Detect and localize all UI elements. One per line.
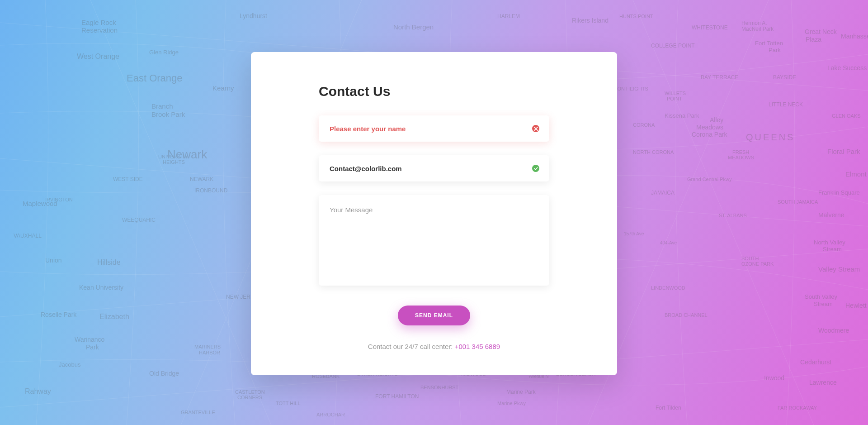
svg-text:Valley Stream: Valley Stream (818, 265, 860, 273)
footer-phone[interactable]: +001 345 6889 (455, 343, 500, 350)
svg-text:WEEQUAHIC: WEEQUAHIC (122, 217, 156, 223)
svg-text:Floral Park: Floral Park (827, 148, 860, 155)
svg-text:Alley: Alley (710, 116, 723, 124)
svg-text:FORT HAMILTON: FORT HAMILTON (375, 393, 419, 400)
svg-text:OZONE PARK: OZONE PARK (741, 261, 774, 267)
svg-text:Old Bridge: Old Bridge (149, 370, 179, 377)
name-input[interactable] (319, 115, 549, 142)
svg-text:NEWARK: NEWARK (190, 176, 213, 182)
svg-text:BROAD CHANNEL: BROAD CHANNEL (665, 312, 708, 318)
svg-text:Cedarhurst: Cedarhurst (800, 358, 831, 366)
svg-text:HARBOR: HARBOR (199, 350, 220, 355)
send-email-button[interactable]: SEND EMAIL (398, 306, 470, 325)
svg-text:Glen Ridge: Glen Ridge (149, 49, 179, 56)
svg-text:CASTLETON: CASTLETON (235, 389, 265, 395)
svg-text:FAR ROCKAWAY: FAR ROCKAWAY (778, 405, 817, 411)
svg-text:Fort Tilden: Fort Tilden (656, 405, 681, 411)
email-field-wrap (319, 155, 549, 181)
svg-text:TOTT HILL: TOTT HILL (276, 401, 301, 406)
svg-text:SOUTH JAMAICA: SOUTH JAMAICA (778, 199, 818, 205)
svg-text:Kearny: Kearny (212, 84, 234, 92)
svg-text:WHITESTONE: WHITESTONE (692, 24, 728, 31)
svg-text:Lake Success: Lake Success (827, 64, 867, 72)
svg-text:GLEN OAKS: GLEN OAKS (832, 113, 861, 119)
svg-text:Rikers Island: Rikers Island (572, 17, 609, 24)
svg-text:NORTH CORONA: NORTH CORONA (633, 149, 674, 155)
svg-text:ARROCHAR: ARROCHAR (316, 412, 345, 417)
submit-wrap: SEND EMAIL (319, 306, 549, 325)
error-icon (532, 125, 539, 132)
svg-text:404-Ave: 404-Ave (660, 240, 677, 245)
svg-text:Hermon A.: Hermon A. (741, 20, 767, 26)
svg-text:Stream: Stream (823, 246, 842, 253)
svg-text:Warinanco: Warinanco (75, 336, 105, 343)
svg-text:BAYSIDE: BAYSIDE (773, 74, 796, 81)
svg-text:Plaza: Plaza (806, 36, 821, 43)
svg-text:MARINERS: MARINERS (194, 344, 221, 349)
svg-text:Lawrence: Lawrence (809, 379, 837, 386)
svg-text:QUEENS: QUEENS (746, 132, 795, 142)
svg-text:Fort Totten: Fort Totten (755, 40, 783, 47)
svg-text:HEIGHTS: HEIGHTS (163, 159, 185, 165)
svg-text:UNIVERSITY: UNIVERSITY (158, 154, 189, 159)
svg-text:BENSONHURST: BENSONHURST (420, 385, 459, 390)
svg-text:CORONA: CORONA (633, 122, 655, 128)
svg-text:Marine Pkwy: Marine Pkwy (497, 401, 526, 406)
svg-text:Newark: Newark (167, 148, 208, 161)
svg-text:Kissena Park: Kissena Park (665, 112, 699, 119)
svg-text:Corona Park: Corona Park (692, 131, 728, 138)
svg-text:VAUXHALL: VAUXHALL (14, 233, 42, 239)
svg-text:IRONBOUND: IRONBOUND (194, 187, 228, 194)
footer-label: Contact our 24/7 call center: (368, 343, 455, 350)
svg-text:East Orange: East Orange (127, 72, 183, 84)
svg-text:Union: Union (45, 257, 62, 264)
svg-text:Brook Park: Brook Park (151, 110, 185, 118)
svg-text:North Valley: North Valley (814, 239, 845, 246)
svg-text:Inwood: Inwood (764, 374, 784, 382)
svg-text:Manhasset: Manhasset (841, 33, 868, 40)
svg-text:Park: Park (769, 47, 781, 53)
svg-text:Branch: Branch (151, 102, 173, 110)
svg-text:MEADOWS: MEADOWS (728, 155, 754, 160)
svg-text:CORNERS: CORNERS (237, 395, 262, 400)
svg-text:IRVINGTON: IRVINGTON (45, 197, 73, 202)
contact-card: Contact Us SEND EMAIL Contact our 24/7 c… (251, 52, 617, 375)
svg-text:South Valley: South Valley (805, 293, 838, 300)
svg-text:SOUTH: SOUTH (741, 256, 759, 261)
svg-text:Reservation: Reservation (81, 26, 118, 34)
svg-text:Roselle Park: Roselle Park (41, 311, 77, 318)
message-field-wrap (319, 195, 549, 287)
svg-text:Maplewood: Maplewood (23, 200, 57, 207)
svg-text:WILLETS: WILLETS (665, 91, 686, 96)
svg-text:West Orange: West Orange (77, 53, 119, 60)
svg-text:COLLEGE POINT: COLLEGE POINT (651, 43, 695, 49)
svg-text:JAMAICA: JAMAICA (651, 190, 675, 196)
svg-text:Hillside: Hillside (97, 258, 121, 266)
svg-text:Stream: Stream (814, 301, 833, 307)
svg-text:WEST SIDE: WEST SIDE (113, 176, 143, 182)
svg-text:Eagle Rock: Eagle Rock (81, 19, 116, 26)
svg-text:BAY TERRACE: BAY TERRACE (701, 74, 738, 81)
svg-text:Rahway: Rahway (25, 387, 51, 395)
svg-text:North Bergen: North Bergen (393, 23, 434, 31)
svg-text:ST. ALBANS: ST. ALBANS (719, 213, 747, 218)
svg-text:Jacobus: Jacobus (59, 361, 81, 368)
svg-text:157th Ave: 157th Ave (624, 231, 644, 236)
message-textarea[interactable] (319, 195, 549, 286)
svg-text:Woodmere: Woodmere (818, 327, 849, 334)
svg-text:Park: Park (86, 344, 99, 351)
svg-text:GRANTEVILLE: GRANTEVILLE (181, 410, 215, 415)
svg-text:FRESH: FRESH (732, 149, 749, 155)
svg-text:Meadows: Meadows (696, 124, 723, 131)
footer-text: Contact our 24/7 call center: +001 345 6… (319, 343, 549, 350)
name-field-wrap (319, 115, 549, 142)
svg-text:Hewlett: Hewlett (845, 302, 867, 309)
svg-text:Marine Park: Marine Park (506, 389, 536, 395)
svg-text:HUNTS POINT: HUNTS POINT (619, 14, 653, 19)
svg-text:LITTLE NECK: LITTLE NECK (769, 101, 803, 108)
svg-text:HARLEM: HARLEM (497, 13, 520, 19)
svg-text:Franklin Square: Franklin Square (818, 189, 860, 196)
email-input[interactable] (319, 155, 549, 181)
svg-text:Great Neck: Great Neck (805, 28, 837, 35)
svg-text:Grand Central Pkwy: Grand Central Pkwy (687, 177, 732, 182)
